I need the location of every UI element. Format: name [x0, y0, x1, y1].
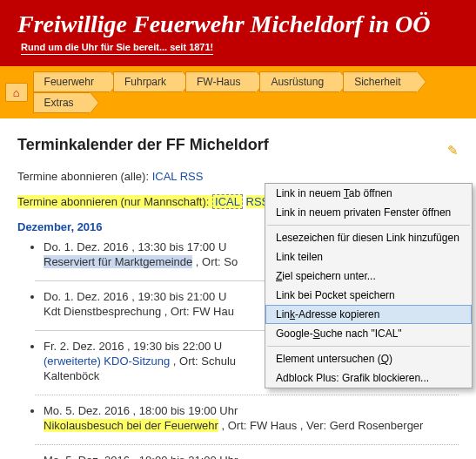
event-meta: , Ort: Schulu [170, 354, 236, 368]
context-menu-item[interactable]: Lesezeichen für diesen Link hinzufügen [265, 228, 472, 247]
nav-tab-fw-haus[interactable]: FW-Haus [185, 71, 256, 92]
context-menu-separator [267, 346, 470, 347]
context-menu-item[interactable]: Ziel speichern unter... [265, 267, 472, 286]
context-menu-item[interactable]: Element untersuchen (Q) [265, 349, 472, 368]
main-nav: ⌂ FeuerwehrFuhrparkFW-HausAusrüstungSich… [0, 64, 476, 118]
rss-all-link[interactable]: RSS [180, 170, 204, 183]
home-icon[interactable]: ⌂ [5, 83, 28, 102]
event-separator [35, 444, 459, 445]
event-datetime: Do. 1. Dez. 2016 , 13:30 bis 17:00 U [44, 240, 226, 253]
context-menu-separator [267, 225, 470, 226]
subscribe-all-label: Termine abonnieren (alle): [17, 170, 152, 183]
edit-icon[interactable]: ✎ [447, 143, 459, 159]
nav-tab-ausrüstung[interactable]: Ausrüstung [259, 71, 339, 92]
subscribe-team-label: Termine abonnieren (nur Mannschaft): [17, 195, 212, 208]
event-title[interactable]: (erweiterte) KDO-Sitzung [44, 354, 170, 368]
event-meta: , Ort: FW Hau [161, 305, 234, 318]
nav-tab-fuhrpark[interactable]: Fuhrpark [113, 71, 182, 92]
site-title: Freiwillige Feuerwehr Micheldorf in OÖ [17, 10, 459, 38]
ical-team-link[interactable]: ICAL [212, 194, 243, 209]
event-meta: , Ort: FW Haus , Ver: Gerd Rosenberger [218, 419, 424, 432]
site-tagline: Rund um die Uhr für Sie bereit... seit 1… [21, 42, 213, 55]
context-menu: Link in neuem Tab öffnenLink in neuem pr… [265, 183, 473, 388]
event-title: Reserviert für Marktgemeinde [44, 255, 192, 268]
context-menu-item[interactable]: Link teilen [265, 247, 472, 267]
event-item: Mo. 5. Dez. 2016 , 18:00 bis 19:00 UhrNi… [44, 404, 459, 441]
page-title: Terminkalender der FF Micheldorf [17, 136, 269, 154]
event-separator [35, 395, 459, 395]
ical-all-link[interactable]: ICAL [152, 170, 177, 183]
context-menu-item[interactable]: Link bei Pocket speichern [265, 286, 472, 305]
event-datetime: Do. 1. Dez. 2016 , 19:30 bis 21:00 U [44, 290, 226, 303]
event-meta: , Ort: So [192, 255, 238, 268]
context-menu-item[interactable]: Link in neuem privaten Fenster öffnen [265, 203, 472, 222]
context-menu-item[interactable]: Link-Adresse kopieren [265, 305, 472, 324]
event-subline: Nikolausbesuch bei der Feuerwehr , Ort: … [44, 419, 459, 432]
context-menu-item[interactable]: Link in neuem Tab öffnen [265, 184, 472, 203]
event-datetime: Mo. 5. Dez. 2016 , 18:00 bis 21:00 Uhr [44, 454, 238, 459]
subscribe-all-row: Termine abonnieren (alle): ICAL RSS [17, 170, 459, 183]
event-datetime: Fr. 2. Dez. 2016 , 19:30 bis 22:00 U [44, 340, 222, 353]
context-menu-item[interactable]: Adblock Plus: Grafik blockieren... [265, 368, 472, 388]
nav-tab-feuerwehr[interactable]: Feuerwehr [33, 71, 110, 92]
event-datetime: Mo. 5. Dez. 2016 , 18:00 bis 19:00 Uhr [44, 404, 238, 417]
event-title: Kdt Dienstbesprechung [44, 305, 161, 318]
nav-tab-extras[interactable]: Extras [33, 92, 90, 113]
site-header: Freiwillige Feuerwehr Micheldorf in OÖ R… [0, 0, 476, 64]
event-item: Mo. 5. Dez. 2016 , 18:00 bis 21:00 Uhr [44, 454, 459, 459]
context-menu-item[interactable]: Google-Suche nach "ICAL" [265, 324, 472, 343]
nav-tab-sicherheit[interactable]: Sicherheit [343, 71, 416, 92]
event-title: Nikolausbesuch bei der Feuerwehr [44, 419, 218, 432]
